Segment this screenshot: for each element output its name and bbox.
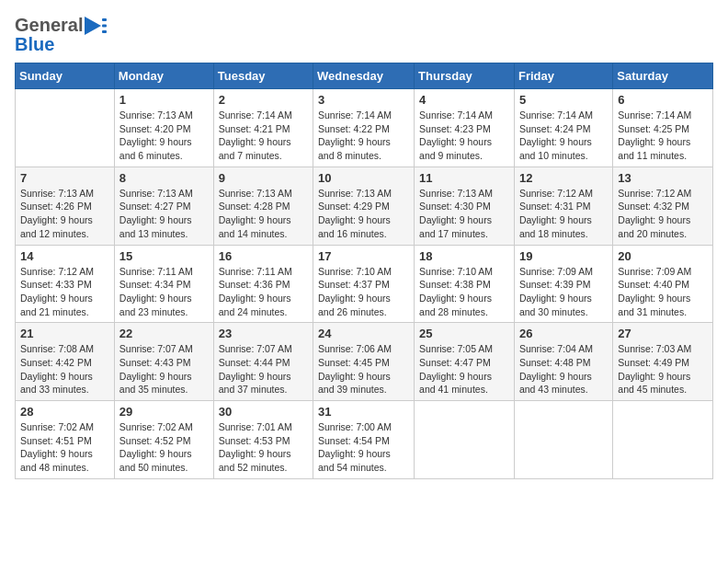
day-info: Sunrise: 7:10 AM Sunset: 4:38 PM Dayligh… [419,265,509,319]
day-number: 5 [519,93,608,107]
calendar-cell: 11Sunrise: 7:13 AM Sunset: 4:30 PM Dayli… [415,167,515,245]
calendar-cell: 25Sunrise: 7:05 AM Sunset: 4:47 PM Dayli… [415,323,515,401]
day-info: Sunrise: 7:09 AM Sunset: 4:39 PM Dayligh… [519,265,608,319]
calendar-table: SundayMondayTuesdayWednesdayThursdayFrid… [15,63,713,479]
day-number: 8 [119,171,209,185]
day-number: 10 [318,171,409,185]
day-info: Sunrise: 7:05 AM Sunset: 4:47 PM Dayligh… [419,342,509,396]
day-info: Sunrise: 7:07 AM Sunset: 4:44 PM Dayligh… [219,342,308,396]
calendar-cell: 31Sunrise: 7:00 AM Sunset: 4:54 PM Dayli… [313,401,415,479]
day-info: Sunrise: 7:13 AM Sunset: 4:30 PM Dayligh… [419,187,509,241]
calendar-cell: 8Sunrise: 7:13 AM Sunset: 4:27 PM Daylig… [114,167,213,245]
day-info: Sunrise: 7:13 AM Sunset: 4:29 PM Dayligh… [318,187,409,241]
calendar-week-row: 28Sunrise: 7:02 AM Sunset: 4:51 PM Dayli… [16,401,713,479]
calendar-cell: 12Sunrise: 7:12 AM Sunset: 4:31 PM Dayli… [514,167,612,245]
calendar-cell: 23Sunrise: 7:07 AM Sunset: 4:44 PM Dayli… [213,323,313,401]
calendar-cell: 2Sunrise: 7:14 AM Sunset: 4:21 PM Daylig… [213,89,313,167]
calendar-day-header: Saturday [613,63,713,89]
day-info: Sunrise: 7:13 AM Sunset: 4:20 PM Dayligh… [119,109,209,163]
day-number: 25 [419,327,509,340]
day-number: 4 [419,93,509,107]
day-info: Sunrise: 7:11 AM Sunset: 4:34 PM Dayligh… [119,265,209,319]
calendar-cell: 7Sunrise: 7:13 AM Sunset: 4:26 PM Daylig… [16,167,115,245]
calendar-cell: 13Sunrise: 7:12 AM Sunset: 4:32 PM Dayli… [613,167,713,245]
day-info: Sunrise: 7:00 AM Sunset: 4:54 PM Dayligh… [318,420,409,475]
svg-rect-2 [102,24,107,27]
day-info: Sunrise: 7:12 AM Sunset: 4:32 PM Dayligh… [618,187,708,241]
day-number: 27 [618,327,708,340]
day-info: Sunrise: 7:14 AM Sunset: 4:21 PM Dayligh… [219,109,308,163]
calendar-cell: 26Sunrise: 7:04 AM Sunset: 4:48 PM Dayli… [514,323,612,401]
calendar-cell: 4Sunrise: 7:14 AM Sunset: 4:23 PM Daylig… [415,89,515,167]
day-info: Sunrise: 7:11 AM Sunset: 4:36 PM Dayligh… [219,265,308,319]
day-number: 30 [219,405,308,419]
day-number: 21 [20,327,109,340]
calendar-cell: 20Sunrise: 7:09 AM Sunset: 4:40 PM Dayli… [613,245,713,323]
calendar-cell: 9Sunrise: 7:13 AM Sunset: 4:28 PM Daylig… [213,167,313,245]
day-info: Sunrise: 7:09 AM Sunset: 4:40 PM Dayligh… [618,265,708,319]
logo-icon [85,17,107,35]
svg-marker-0 [85,17,101,35]
day-number: 20 [618,249,708,263]
day-info: Sunrise: 7:14 AM Sunset: 4:25 PM Dayligh… [618,109,708,163]
calendar-day-header: Tuesday [213,63,313,89]
day-number: 16 [219,249,308,263]
calendar-cell: 21Sunrise: 7:08 AM Sunset: 4:42 PM Dayli… [16,323,115,401]
calendar-cell [514,401,612,479]
day-number: 14 [20,249,109,263]
calendar-cell [415,401,515,479]
day-number: 24 [318,327,409,340]
day-info: Sunrise: 7:14 AM Sunset: 4:23 PM Dayligh… [419,109,509,163]
calendar-cell: 18Sunrise: 7:10 AM Sunset: 4:38 PM Dayli… [415,245,515,323]
page-header: General Blue [15,15,713,55]
day-number: 28 [20,405,109,419]
calendar-week-row: 1Sunrise: 7:13 AM Sunset: 4:20 PM Daylig… [16,89,713,167]
calendar-cell: 19Sunrise: 7:09 AM Sunset: 4:39 PM Dayli… [514,245,612,323]
day-number: 22 [119,327,209,340]
day-info: Sunrise: 7:14 AM Sunset: 4:22 PM Dayligh… [318,109,409,163]
calendar-day-header: Sunday [16,63,115,89]
calendar-cell: 17Sunrise: 7:10 AM Sunset: 4:37 PM Dayli… [313,245,415,323]
day-info: Sunrise: 7:14 AM Sunset: 4:24 PM Dayligh… [519,109,608,163]
day-info: Sunrise: 7:13 AM Sunset: 4:26 PM Dayligh… [20,187,109,241]
calendar-cell: 14Sunrise: 7:12 AM Sunset: 4:33 PM Dayli… [16,245,115,323]
day-info: Sunrise: 7:07 AM Sunset: 4:43 PM Dayligh… [119,342,209,396]
calendar-cell: 15Sunrise: 7:11 AM Sunset: 4:34 PM Dayli… [114,245,213,323]
calendar-cell: 3Sunrise: 7:14 AM Sunset: 4:22 PM Daylig… [313,89,415,167]
calendar-cell: 10Sunrise: 7:13 AM Sunset: 4:29 PM Dayli… [313,167,415,245]
calendar-header-row: SundayMondayTuesdayWednesdayThursdayFrid… [16,63,713,89]
svg-rect-1 [102,18,107,21]
day-info: Sunrise: 7:01 AM Sunset: 4:53 PM Dayligh… [219,420,308,475]
day-number: 3 [318,93,409,107]
day-info: Sunrise: 7:08 AM Sunset: 4:42 PM Dayligh… [20,342,109,396]
calendar-cell: 24Sunrise: 7:06 AM Sunset: 4:45 PM Dayli… [313,323,415,401]
logo-text: General [15,15,83,36]
calendar-cell: 22Sunrise: 7:07 AM Sunset: 4:43 PM Dayli… [114,323,213,401]
day-number: 6 [618,93,708,107]
day-info: Sunrise: 7:04 AM Sunset: 4:48 PM Dayligh… [519,342,608,396]
calendar-cell: 6Sunrise: 7:14 AM Sunset: 4:25 PM Daylig… [613,89,713,167]
calendar-cell: 1Sunrise: 7:13 AM Sunset: 4:20 PM Daylig… [114,89,213,167]
calendar-cell: 16Sunrise: 7:11 AM Sunset: 4:36 PM Dayli… [213,245,313,323]
day-number: 29 [119,405,209,419]
day-number: 9 [219,171,308,185]
day-info: Sunrise: 7:06 AM Sunset: 4:45 PM Dayligh… [318,342,409,396]
day-info: Sunrise: 7:12 AM Sunset: 4:31 PM Dayligh… [519,187,608,241]
day-number: 31 [318,405,409,419]
calendar-week-row: 7Sunrise: 7:13 AM Sunset: 4:26 PM Daylig… [16,167,713,245]
calendar-day-header: Wednesday [313,63,415,89]
day-number: 13 [618,171,708,185]
day-number: 15 [119,249,209,263]
day-number: 11 [419,171,509,185]
day-number: 2 [219,93,308,107]
calendar-cell: 28Sunrise: 7:02 AM Sunset: 4:51 PM Dayli… [16,401,115,479]
day-info: Sunrise: 7:10 AM Sunset: 4:37 PM Dayligh… [318,265,409,319]
day-number: 12 [519,171,608,185]
calendar-cell: 27Sunrise: 7:03 AM Sunset: 4:49 PM Dayli… [613,323,713,401]
logo: General Blue [15,15,107,55]
logo-blue-text: Blue [15,34,54,55]
calendar-day-header: Monday [114,63,213,89]
day-info: Sunrise: 7:12 AM Sunset: 4:33 PM Dayligh… [20,265,109,319]
calendar-day-header: Thursday [415,63,515,89]
day-number: 19 [519,249,608,263]
